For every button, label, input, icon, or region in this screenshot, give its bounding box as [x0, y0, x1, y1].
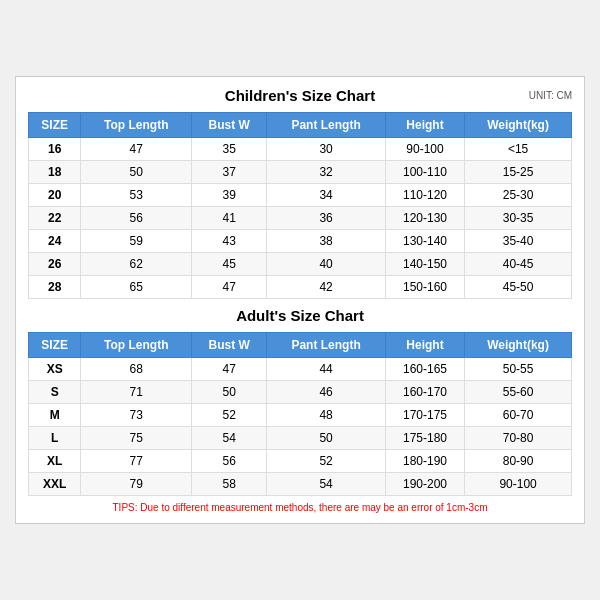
adults-table: SIZE Top Length Bust W Pant Length Heigh…	[28, 332, 572, 496]
table-cell: XS	[29, 358, 81, 381]
table-cell: <15	[465, 138, 572, 161]
table-cell: 46	[267, 381, 386, 404]
table-cell: 190-200	[385, 473, 464, 496]
table-cell: 41	[192, 207, 267, 230]
table-cell: 18	[29, 161, 81, 184]
table-cell: 28	[29, 276, 81, 299]
table-cell: 32	[267, 161, 386, 184]
adults-col-toplength: Top Length	[81, 333, 192, 358]
table-cell: 36	[267, 207, 386, 230]
table-cell: 71	[81, 381, 192, 404]
table-row: XL775652180-19080-90	[29, 450, 572, 473]
table-row: 18503732100-11015-25	[29, 161, 572, 184]
table-cell: 50-55	[465, 358, 572, 381]
table-cell: 45	[192, 253, 267, 276]
table-cell: 40	[267, 253, 386, 276]
table-cell: 55-60	[465, 381, 572, 404]
table-row: M735248170-17560-70	[29, 404, 572, 427]
children-col-pantlength: Pant Length	[267, 113, 386, 138]
adults-title-row: Adult's Size Chart	[28, 307, 572, 324]
table-cell: XL	[29, 450, 81, 473]
table-row: XXL795854190-20090-100	[29, 473, 572, 496]
table-cell: 68	[81, 358, 192, 381]
table-cell: 110-120	[385, 184, 464, 207]
table-cell: 40-45	[465, 253, 572, 276]
table-cell: 140-150	[385, 253, 464, 276]
table-cell: 58	[192, 473, 267, 496]
table-cell: 56	[192, 450, 267, 473]
table-cell: 180-190	[385, 450, 464, 473]
children-col-bustw: Bust W	[192, 113, 267, 138]
children-table: SIZE Top Length Bust W Pant Length Heigh…	[28, 112, 572, 299]
children-col-height: Height	[385, 113, 464, 138]
table-row: XS684744160-16550-55	[29, 358, 572, 381]
table-cell: 39	[192, 184, 267, 207]
table-cell: 52	[192, 404, 267, 427]
table-cell: 130-140	[385, 230, 464, 253]
table-cell: 26	[29, 253, 81, 276]
table-row: S715046160-17055-60	[29, 381, 572, 404]
adults-header-row: SIZE Top Length Bust W Pant Length Heigh…	[29, 333, 572, 358]
table-cell: 24	[29, 230, 81, 253]
table-cell: 50	[267, 427, 386, 450]
table-cell: 52	[267, 450, 386, 473]
table-cell: 120-130	[385, 207, 464, 230]
adults-title: Adult's Size Chart	[236, 307, 364, 324]
adults-col-size: SIZE	[29, 333, 81, 358]
table-cell: 16	[29, 138, 81, 161]
table-cell: 150-160	[385, 276, 464, 299]
table-cell: 53	[81, 184, 192, 207]
table-cell: 56	[81, 207, 192, 230]
table-cell: 37	[192, 161, 267, 184]
table-cell: 160-165	[385, 358, 464, 381]
table-cell: 170-175	[385, 404, 464, 427]
table-cell: 90-100	[465, 473, 572, 496]
table-cell: 73	[81, 404, 192, 427]
table-cell: 43	[192, 230, 267, 253]
table-cell: XXL	[29, 473, 81, 496]
table-cell: 47	[81, 138, 192, 161]
table-row: 24594338130-14035-40	[29, 230, 572, 253]
table-row: 22564136120-13030-35	[29, 207, 572, 230]
table-cell: 90-100	[385, 138, 464, 161]
table-cell: 45-50	[465, 276, 572, 299]
table-cell: 77	[81, 450, 192, 473]
table-cell: 25-30	[465, 184, 572, 207]
table-cell: 47	[192, 358, 267, 381]
children-title: Children's Size Chart	[225, 87, 375, 104]
table-cell: 65	[81, 276, 192, 299]
chart-container: Children's Size Chart UNIT: CM SIZE Top …	[15, 76, 585, 524]
table-cell: 60-70	[465, 404, 572, 427]
table-cell: 50	[81, 161, 192, 184]
table-cell: 20	[29, 184, 81, 207]
table-cell: 44	[267, 358, 386, 381]
table-cell: 175-180	[385, 427, 464, 450]
table-row: 26624540140-15040-45	[29, 253, 572, 276]
table-cell: 30	[267, 138, 386, 161]
table-cell: 62	[81, 253, 192, 276]
table-cell: 80-90	[465, 450, 572, 473]
table-cell: 100-110	[385, 161, 464, 184]
table-cell: 35-40	[465, 230, 572, 253]
unit-label: UNIT: CM	[529, 90, 572, 101]
table-cell: 54	[267, 473, 386, 496]
table-cell: 79	[81, 473, 192, 496]
children-col-weight: Weight(kg)	[465, 113, 572, 138]
children-col-toplength: Top Length	[81, 113, 192, 138]
table-cell: S	[29, 381, 81, 404]
table-cell: 22	[29, 207, 81, 230]
table-row: 20533934110-12025-30	[29, 184, 572, 207]
table-cell: 160-170	[385, 381, 464, 404]
adults-col-height: Height	[385, 333, 464, 358]
adults-col-pantlength: Pant Length	[267, 333, 386, 358]
table-cell: 70-80	[465, 427, 572, 450]
table-cell: 34	[267, 184, 386, 207]
adults-col-bustw: Bust W	[192, 333, 267, 358]
table-cell: 75	[81, 427, 192, 450]
children-header-row: SIZE Top Length Bust W Pant Length Heigh…	[29, 113, 572, 138]
table-cell: L	[29, 427, 81, 450]
adults-col-weight: Weight(kg)	[465, 333, 572, 358]
table-cell: 30-35	[465, 207, 572, 230]
table-cell: 35	[192, 138, 267, 161]
table-cell: 42	[267, 276, 386, 299]
